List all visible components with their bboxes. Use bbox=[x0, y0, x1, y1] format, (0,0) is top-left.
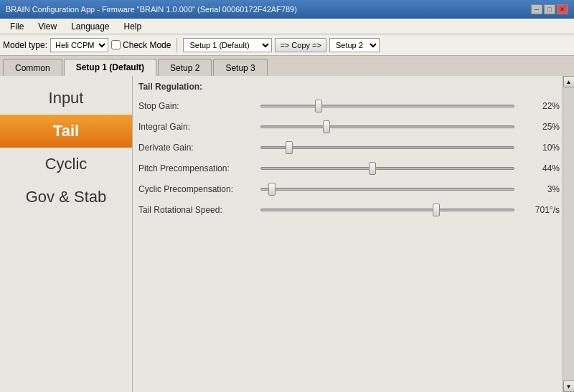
copy-button[interactable]: => Copy => bbox=[275, 38, 326, 52]
slider-value-0: 22% bbox=[520, 101, 560, 111]
slider-container-0 bbox=[260, 99, 514, 113]
minimize-button[interactable]: ─ bbox=[531, 4, 542, 14]
close-button[interactable]: ✕ bbox=[557, 4, 568, 14]
sidebar-item-tail[interactable]: Tail bbox=[0, 115, 132, 148]
sidebar-item-gov-stab[interactable]: Gov & Stab bbox=[0, 181, 132, 214]
content-area: Input Tail Cyclic Gov & Stab Tail Regula… bbox=[0, 76, 574, 392]
toolbar-separator-1 bbox=[177, 38, 177, 52]
slider-row-1: Integral Gain:25% bbox=[138, 118, 560, 135]
scroll-track[interactable] bbox=[563, 87, 574, 381]
slider-value-5: 701°/s bbox=[520, 205, 560, 215]
slider-row-4: Cyclic Precompensation:3% bbox=[138, 181, 560, 198]
sliders-container: Stop Gain:22%Integral Gain:25%Derivate G… bbox=[138, 97, 560, 219]
slider-container-1 bbox=[260, 120, 514, 134]
slider-input-0[interactable] bbox=[260, 105, 514, 107]
slider-row-2: Derivate Gain:10% bbox=[138, 139, 560, 156]
panel-content: Tail Regulation: Stop Gain:22%Integral G… bbox=[133, 76, 574, 228]
menu-bar: File View Language Help bbox=[0, 19, 574, 34]
slider-value-1: 25% bbox=[520, 122, 560, 132]
sidebar-item-input[interactable]: Input bbox=[0, 82, 132, 115]
sidebar: Input Tail Cyclic Gov & Stab bbox=[0, 76, 133, 392]
toolbar: Model type: Heli CCPM Check Mode Setup 1… bbox=[0, 34, 574, 56]
slider-label-1: Integral Gain: bbox=[138, 122, 260, 132]
tab-setup3[interactable]: Setup 3 bbox=[213, 59, 267, 76]
main-tabs: Common Setup 1 (Default) Setup 2 Setup 3 bbox=[0, 56, 574, 76]
slider-row-5: Tail Rotational Speed:701°/s bbox=[138, 201, 560, 219]
sidebar-item-cyclic[interactable]: Cyclic bbox=[0, 148, 132, 181]
setup2-select[interactable]: Setup 2 bbox=[329, 38, 380, 52]
slider-row-3: Pitch Precompensation:44% bbox=[138, 160, 560, 177]
slider-container-2 bbox=[260, 140, 514, 155]
menu-language[interactable]: Language bbox=[64, 20, 116, 33]
window-controls: ─ □ ✕ bbox=[531, 4, 568, 14]
slider-input-2[interactable] bbox=[260, 146, 514, 149]
section-title: Tail Regulation: bbox=[138, 82, 560, 93]
check-mode-label: Check Mode bbox=[123, 40, 171, 50]
maximize-button[interactable]: □ bbox=[544, 4, 555, 14]
check-mode-wrapper: Check Mode bbox=[111, 40, 171, 50]
slider-label-5: Tail Rotational Speed: bbox=[138, 205, 260, 215]
model-type-label: Model type: bbox=[3, 40, 47, 50]
tab-setup2[interactable]: Setup 2 bbox=[158, 59, 212, 76]
menu-view[interactable]: View bbox=[31, 20, 64, 33]
slider-container-5 bbox=[260, 203, 514, 217]
slider-container-4 bbox=[260, 182, 514, 196]
slider-label-2: Derivate Gain: bbox=[138, 143, 260, 153]
slider-value-4: 3% bbox=[520, 184, 560, 194]
title-bar: BRAIN Configuration App - Firmware "BRAI… bbox=[0, 0, 574, 19]
slider-row-0: Stop Gain:22% bbox=[138, 97, 560, 115]
check-mode-checkbox[interactable] bbox=[111, 40, 121, 49]
menu-file[interactable]: File bbox=[3, 20, 31, 33]
slider-value-2: 10% bbox=[520, 143, 560, 153]
scroll-down-button[interactable]: ▼ bbox=[563, 381, 575, 392]
slider-input-5[interactable] bbox=[260, 209, 514, 211]
slider-container-3 bbox=[260, 161, 514, 176]
tab-common[interactable]: Common bbox=[3, 59, 62, 76]
slider-input-1[interactable] bbox=[260, 125, 514, 128]
model-type-select[interactable]: Heli CCPM bbox=[50, 38, 108, 52]
tab-setup1[interactable]: Setup 1 (Default) bbox=[64, 59, 156, 76]
scrollbar[interactable]: ▲ ▼ bbox=[563, 76, 574, 392]
right-panel: Tail Regulation: Stop Gain:22%Integral G… bbox=[133, 76, 574, 392]
window-title: BRAIN Configuration App - Firmware "BRAI… bbox=[6, 5, 297, 14]
menu-help[interactable]: Help bbox=[117, 20, 149, 33]
slider-label-4: Cyclic Precompensation: bbox=[138, 184, 260, 194]
scroll-up-button[interactable]: ▲ bbox=[563, 76, 575, 87]
slider-label-0: Stop Gain: bbox=[138, 101, 260, 111]
slider-input-4[interactable] bbox=[260, 188, 514, 191]
slider-value-3: 44% bbox=[520, 163, 560, 173]
slider-label-3: Pitch Precompensation: bbox=[138, 163, 260, 173]
slider-input-3[interactable] bbox=[260, 167, 514, 170]
setup1-select[interactable]: Setup 1 (Default) bbox=[183, 38, 272, 52]
